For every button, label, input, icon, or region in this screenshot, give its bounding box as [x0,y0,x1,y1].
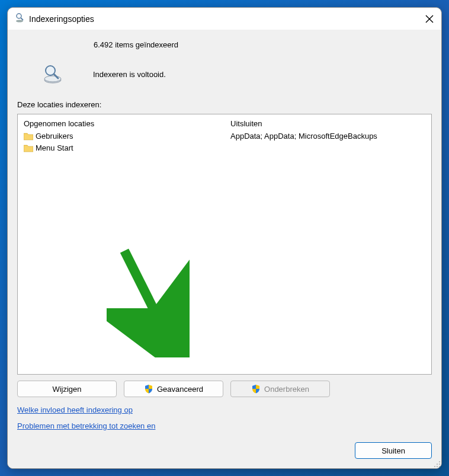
exclude-text: AppData; AppData; MicrosoftEdgeBackups [230,130,377,142]
list-item-exclude: AppData; AppData; MicrosoftEdgeBackups [230,130,425,142]
button-label: Wijzigen [52,385,81,394]
folder-icon [24,132,33,140]
excluded-column: Uitsluiten AppData; AppData; MicrosoftEd… [224,114,431,374]
folder-icon [24,144,33,152]
included-column: Opgenomen locaties Gebruikers Menu Start [18,114,224,374]
status-row: Indexeren is voltooid. [20,63,429,85]
advanced-button[interactable]: Geavanceerd [124,381,223,397]
list-item[interactable]: Menu Start [24,142,219,154]
search-drive-icon [42,63,63,85]
list-item-label: Menu Start [36,142,73,154]
svg-point-11 [437,464,438,465]
svg-line-1 [21,18,23,20]
svg-point-10 [439,461,440,462]
button-label: Geavanceerd [157,385,203,394]
uac-shield-icon [251,384,261,394]
locations-listbox[interactable]: Opgenomen locaties Gebruikers Menu Start… [17,114,432,375]
modify-button[interactable]: Wijzigen [17,381,117,397]
help-links: Welke invloed heeft indexering op Proble… [17,405,432,437]
button-label: Onderbreken [264,385,309,394]
pause-button: Onderbreken [230,381,330,397]
action-buttons: Wijzigen Geavanceerd [17,381,432,397]
close-icon[interactable] [425,14,434,24]
dialog-footer: Sluiten [17,442,432,459]
locations-label: Deze locaties indexeren: [17,100,432,109]
close-button[interactable]: Sluiten [355,442,432,459]
svg-point-0 [17,14,21,18]
status-area: 6.492 items geïndexeerd Indexeren is vol… [17,30,432,100]
indexing-effect-link[interactable]: Welke invloed heeft indexering op [17,405,432,414]
svg-point-15 [439,466,440,467]
indexing-status-text: Indexeren is voltooid. [93,70,166,79]
dialog-content: 6.492 items geïndexeerd Indexeren is vol… [8,30,441,468]
svg-point-12 [439,464,440,465]
svg-point-13 [434,466,435,467]
svg-point-14 [437,466,438,467]
list-item[interactable]: Gebruikers [24,130,219,142]
list-item-label: Gebruikers [36,130,73,142]
uac-shield-icon [144,384,153,394]
indexed-count: 6.492 items geïndexeerd [94,40,429,49]
titlebar: Indexeringsopties [8,8,441,30]
excluded-header: Uitsluiten [230,119,425,128]
indexing-app-icon [15,12,25,25]
button-label: Sluiten [381,446,405,455]
indexing-options-dialog: Indexeringsopties 6.492 items geïndexeer… [7,7,442,469]
included-header: Opgenomen locaties [24,119,219,128]
dialog-title: Indexeringsopties [29,14,425,24]
resize-grip-icon[interactable] [432,459,441,468]
svg-point-2 [16,20,23,23]
troubleshoot-link[interactable]: Problemen met betrekking tot zoeken en [17,421,432,430]
